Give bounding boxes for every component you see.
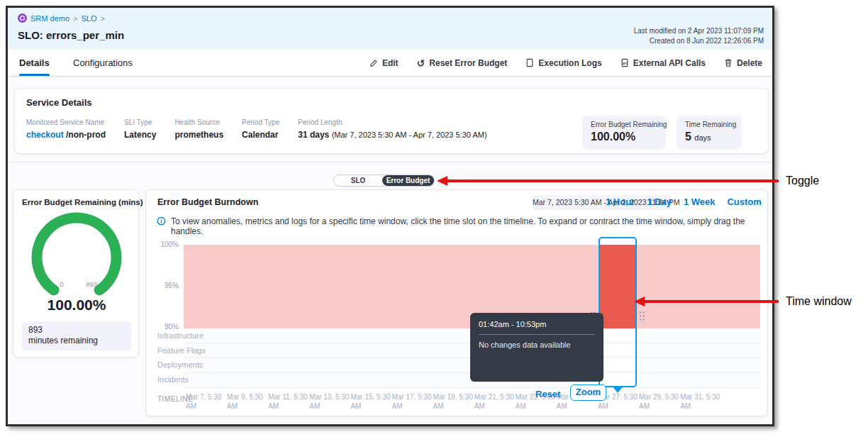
- service-details-title: Service Details: [26, 97, 92, 108]
- timeline-tick[interactable]: Mar 9, 5:30 AM: [227, 393, 268, 411]
- time-window-arrow-line: [644, 300, 779, 303]
- last-modified-text: Last modified on 2 Apr 2023 11:07:09 PM: [634, 26, 764, 36]
- breadcrumb-separator: >: [73, 14, 77, 23]
- y-axis-labels: 100%95%90%: [146, 240, 179, 331]
- field-sli-type: SLI Type Latency: [124, 118, 156, 140]
- toggle-arrow-line: [447, 179, 779, 182]
- time-window-annotation-label: Time window: [786, 295, 852, 308]
- breadcrumb-separator: >: [100, 14, 104, 23]
- timeline-tick[interactable]: Mar 21, 5:30 AM: [474, 393, 516, 411]
- selected-window-fill: [600, 245, 635, 328]
- y-axis-tick: 100%: [146, 240, 179, 248]
- document-icon: [525, 58, 534, 67]
- info-text: To view anomalies, metrics and logs for …: [171, 216, 757, 236]
- selected-window-row-lines: [600, 328, 635, 387]
- time-remaining-card: Time Remaining 5 days: [677, 116, 742, 150]
- created-text: Created on 8 Jun 2022 12:26:06 PM: [634, 36, 764, 46]
- changes-tooltip: 01:42am - 10:53pm No changes data availa…: [470, 313, 603, 382]
- toggle-annotation-label: Toggle: [786, 175, 819, 187]
- zoom-button[interactable]: Zoom: [570, 385, 606, 401]
- timeline-tick[interactable]: Mar 13, 5:30 AM: [309, 393, 350, 411]
- error-budget-gauge-card: Error Budget Remaining (mins) 0 893 100.…: [13, 189, 139, 358]
- execution-logs-button[interactable]: Execution Logs: [525, 58, 601, 68]
- slo-error-budget-toggle[interactable]: SLO Error Budget: [333, 175, 435, 187]
- info-row: To view anomalies, metrics and logs for …: [157, 216, 757, 236]
- api-document-icon: API: [621, 58, 629, 67]
- field-period-type: Period Type Calendar: [242, 118, 279, 140]
- change-row-label: Deployments: [157, 360, 206, 375]
- time-range-button[interactable]: 1 Hour: [606, 197, 635, 207]
- tooltip-divider: [479, 334, 595, 335]
- section-divider: [8, 162, 772, 162]
- external-api-calls-button[interactable]: API External API Calls: [621, 58, 706, 68]
- y-axis-tick: 90%: [146, 323, 179, 331]
- timeline-tick[interactable]: Mar 17, 5:30 AM: [391, 393, 433, 411]
- timeline-ticks: Mar 7, 5:30 AMMar 9, 5:30 AMMar 11, 5:30…: [186, 393, 732, 411]
- reset-error-budget-button[interactable]: ↺ Reset Error Budget: [417, 58, 508, 68]
- reset-icon: ↺: [417, 59, 425, 67]
- srm-logo-icon: [18, 13, 27, 23]
- page-content: Service Details Monitored Service Name c…: [8, 77, 772, 424]
- page-header: SRM demo > SLO > SLO: errors_per_min Las…: [8, 8, 772, 50]
- change-row-label: Infrastructure: [157, 331, 206, 346]
- field-period-length: Period Length 31 days (Mar 7, 2023 5:30 …: [298, 118, 486, 140]
- y-axis-tick: 95%: [146, 282, 179, 289]
- field-health-source: Health Source prometheus: [174, 118, 223, 140]
- tab-details[interactable]: Details: [19, 50, 50, 76]
- timeline-tick[interactable]: Mar 15, 5:30 AM: [350, 393, 391, 411]
- info-icon: [157, 216, 166, 226]
- service-details-card: Service Details Monitored Service Name c…: [14, 88, 769, 154]
- error-budget-burndown-card: Error Budget Burndown Mar 7, 2023 5:30 A…: [145, 189, 768, 416]
- timeline-tick[interactable]: Mar 31, 5:30 AM: [680, 393, 721, 411]
- delete-button[interactable]: Delete: [724, 58, 762, 68]
- burndown-title: Error Budget Burndown: [157, 197, 258, 207]
- time-window-selection[interactable]: [599, 237, 637, 387]
- gauge-min-label: 0: [60, 280, 63, 288]
- page-title: SLO: errors_per_min: [18, 29, 124, 41]
- timeline-tick[interactable]: Mar 7, 5:30 AM: [186, 393, 227, 411]
- svg-text:API: API: [623, 63, 627, 66]
- trash-icon: [724, 58, 733, 67]
- time-range-button[interactable]: Custom: [727, 197, 761, 207]
- change-row-label: Incidents: [157, 375, 206, 390]
- timeline-tick[interactable]: Mar 11, 5:30 AM: [268, 393, 309, 411]
- time-range-buttons: 1 Hour1 Day1 WeekCustom: [606, 197, 762, 207]
- screenshot-canvas: SRM demo > SLO > SLO: errors_per_min Las…: [0, 0, 868, 437]
- tabs-toolbar-row: Details Configurations Edit ↺ Reset Erro…: [8, 50, 772, 77]
- breadcrumb-project-link[interactable]: SRM demo: [30, 14, 69, 23]
- tab-configurations[interactable]: Configurations: [73, 50, 133, 76]
- timeline-tick[interactable]: Mar 19, 5:30 AM: [433, 393, 474, 411]
- monitored-service-link[interactable]: checkout: [26, 130, 64, 140]
- toggle-option-error-budget[interactable]: Error Budget: [382, 175, 434, 186]
- toggle-arrowhead-icon: [437, 176, 447, 186]
- error-budget-remaining-card: Error Budget Remaining 100.00%: [582, 116, 666, 150]
- field-monitored-service: Monitored Service Name checkout /non-pro…: [26, 118, 106, 140]
- app-window: SRM demo > SLO > SLO: errors_per_min Las…: [6, 6, 774, 426]
- gauge-percent: 100.00%: [13, 297, 140, 314]
- timestamps: Last modified on 2 Apr 2023 11:07:09 PM …: [634, 26, 764, 46]
- gauge-arc: 0 893: [19, 210, 134, 298]
- edit-button[interactable]: Edit: [369, 58, 399, 68]
- gauge-title: Error Budget Remaining (mins): [22, 198, 143, 206]
- breadcrumb-slo-link[interactable]: SLO: [81, 14, 96, 23]
- change-row-labels: InfrastructureFeature FlagsDeploymentsIn…: [157, 331, 206, 389]
- toolbar-actions: Edit ↺ Reset Error Budget Execution Logs…: [369, 50, 762, 76]
- service-details-fields: Monitored Service Name checkout /non-pro…: [26, 118, 487, 140]
- time-range-button[interactable]: 1 Day: [647, 197, 672, 207]
- selection-pointer: [613, 387, 623, 393]
- tooltip-time-range: 01:42am - 10:53pm: [479, 320, 595, 328]
- breadcrumb: SRM demo > SLO >: [18, 13, 105, 23]
- gauge-max-label: 893: [86, 280, 97, 288]
- right-drag-handle[interactable]: [639, 311, 645, 323]
- timeline-tick[interactable]: Mar 29, 5:30 AM: [639, 393, 680, 411]
- minutes-remaining-box: 893 minutes remaining: [22, 321, 131, 350]
- time-window-arrowhead-icon: [634, 297, 645, 306]
- change-row-label: Feature Flags: [157, 346, 206, 361]
- tooltip-message: No changes data available: [479, 341, 595, 349]
- pencil-icon: [369, 59, 378, 67]
- time-range-button[interactable]: 1 Week: [684, 197, 716, 207]
- toggle-option-slo[interactable]: SLO: [334, 175, 382, 186]
- reset-button[interactable]: Reset: [535, 389, 560, 399]
